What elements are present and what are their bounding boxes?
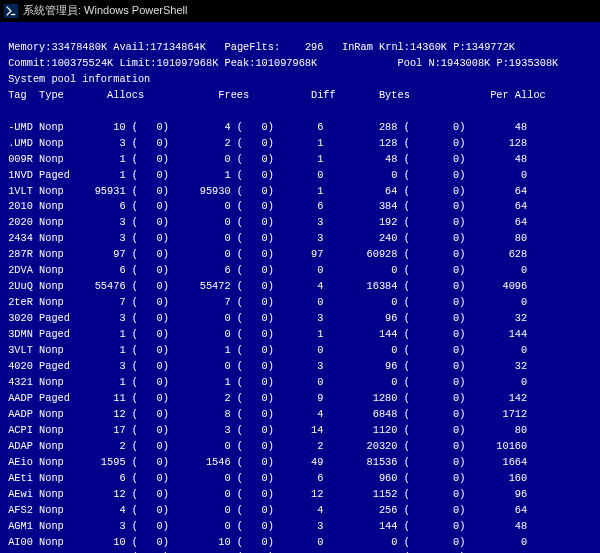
table-row: AI00 Nonp 10 ( 0) 10 ( 0) 0 0 ( 0) 0 <box>2 535 594 551</box>
table-row: 009R Nonp 1 ( 0) 0 ( 0) 1 48 ( 0) 48 <box>2 152 594 168</box>
table-row: 3VLT Nonp 1 ( 0) 1 ( 0) 0 0 ( 0) 0 <box>2 343 594 359</box>
table-row: 3020 Paged 3 ( 0) 0 ( 0) 3 96 ( 0) 32 <box>2 311 594 327</box>
table-row: .UMD Nonp 3 ( 0) 2 ( 0) 1 128 ( 0) 128 <box>2 136 594 152</box>
blank-line <box>2 105 8 117</box>
table-row: -UMD Nonp 10 ( 0) 4 ( 0) 6 288 ( 0) 48 <box>2 120 594 136</box>
mem-line-2: Commit:100375524K Limit:101097968K Peak:… <box>2 57 558 69</box>
mem-line-1: Memory:33478480K Avail:17134864K PageFlt… <box>2 41 515 53</box>
table-row: AEti Nonp 6 ( 0) 0 ( 0) 6 960 ( 0) 160 <box>2 471 594 487</box>
titlebar[interactable]: 系統管理員: Windows PowerShell <box>0 0 600 22</box>
table-row: 2434 Nonp 3 ( 0) 0 ( 0) 3 240 ( 0) 80 <box>2 231 594 247</box>
table-row: 3DMN Paged 1 ( 0) 0 ( 0) 1 144 ( 0) 144 <box>2 327 594 343</box>
table-row: ADAP Nonp 2 ( 0) 0 ( 0) 2 20320 ( 0) 101… <box>2 439 594 455</box>
table-row: 4020 Paged 3 ( 0) 0 ( 0) 3 96 ( 0) 32 <box>2 359 594 375</box>
table-row: AGM1 Nonp 3 ( 0) 0 ( 0) 3 144 ( 0) 48 <box>2 519 594 535</box>
table-row: AEwi Nonp 12 ( 0) 0 ( 0) 12 1152 ( 0) 96 <box>2 487 594 503</box>
powershell-icon <box>4 4 18 18</box>
table-row: ACPI Nonp 17 ( 0) 3 ( 0) 14 1120 ( 0) 80 <box>2 423 594 439</box>
window-title: 系統管理員: Windows PowerShell <box>23 2 187 19</box>
table-row: 2teR Nonp 7 ( 0) 7 ( 0) 0 0 ( 0) 0 <box>2 295 594 311</box>
table-row: 1NVD Paged 1 ( 0) 1 ( 0) 0 0 ( 0) 0 <box>2 168 594 184</box>
table-row: 2UuQ Nonp 55476 ( 0) 55472 ( 0) 4 16384 … <box>2 279 594 295</box>
powershell-window: 系統管理員: Windows PowerShell Memory:3347848… <box>0 0 600 553</box>
section-title: System pool information <box>2 73 150 85</box>
table-row: 287R Nonp 97 ( 0) 0 ( 0) 97 60928 ( 0) 6… <box>2 247 594 263</box>
table-row: 2DVA Nonp 6 ( 0) 6 ( 0) 0 0 ( 0) 0 <box>2 263 594 279</box>
table-row: 2010 Nonp 6 ( 0) 0 ( 0) 6 384 ( 0) 64 <box>2 199 594 215</box>
table-body: -UMD Nonp 10 ( 0) 4 ( 0) 6 288 ( 0) 48 .… <box>2 120 594 553</box>
table-row: AADP Paged 11 ( 0) 2 ( 0) 9 1280 ( 0) 14… <box>2 391 594 407</box>
table-row: AEio Nonp 1595 ( 0) 1546 ( 0) 49 81536 (… <box>2 455 594 471</box>
console-output[interactable]: Memory:33478480K Avail:17134864K PageFlt… <box>0 22 600 553</box>
table-row: 4321 Nonp 1 ( 0) 1 ( 0) 0 0 ( 0) 0 <box>2 375 594 391</box>
column-headers: Tag Type Allocs Frees Diff Bytes Per All… <box>2 89 546 101</box>
table-row: 2020 Nonp 3 ( 0) 0 ( 0) 3 192 ( 0) 64 <box>2 215 594 231</box>
table-row: AADP Nonp 12 ( 0) 8 ( 0) 4 6848 ( 0) 171… <box>2 407 594 423</box>
table-row: 1VLT Nonp 95931 ( 0) 95930 ( 0) 1 64 ( 0… <box>2 184 594 200</box>
table-row: AFS2 Nonp 4 ( 0) 0 ( 0) 4 256 ( 0) 64 <box>2 503 594 519</box>
